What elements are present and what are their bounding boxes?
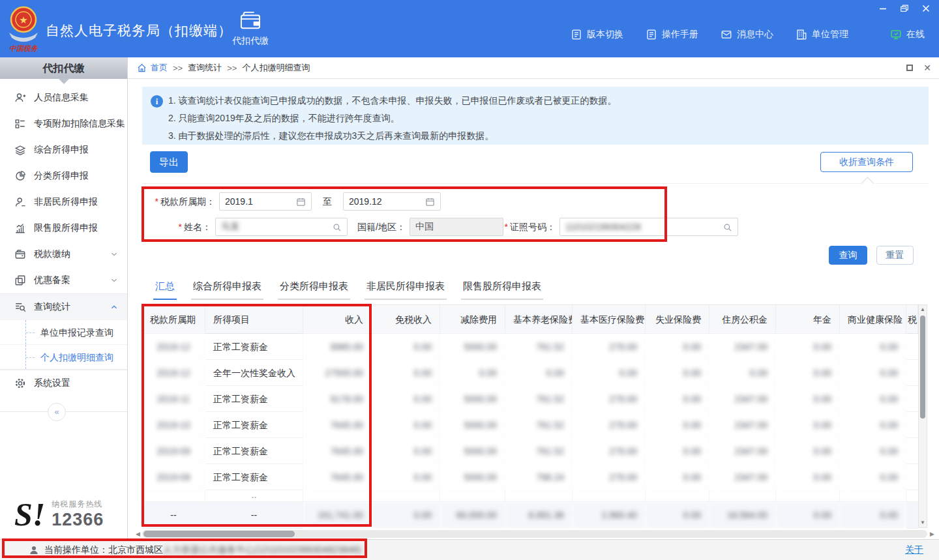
horizontal-scrollbar[interactable] (142, 530, 927, 538)
table-row: 2019-09正常工资薪金7645.000.005000.00761.52279… (142, 438, 918, 464)
table-cell: 0.00 (505, 360, 573, 386)
column-header-税款所属期: 税款所属期 (142, 305, 205, 334)
nav-item-在线[interactable]: 在线 (890, 29, 925, 40)
sidebar-subitem-个人扣缴明细查询[interactable]: 个人扣缴明细查询 (0, 344, 127, 369)
sidebar-item-专项附加扣除信息采集[interactable]: 专项附加扣除信息采集 (0, 111, 127, 137)
module-tab-label: 代扣代缴 (227, 35, 274, 47)
collapse-query-button[interactable]: 收折查询条件 (820, 152, 913, 172)
hotline-number: 12366 (52, 510, 104, 530)
sidebar-item-非居民所得申报[interactable]: 非居民所得申报 (0, 189, 127, 215)
app-title: 自然人电子税务局（扣缴端） (46, 22, 232, 40)
table-cell: 761.52 (505, 334, 573, 360)
table-cell: 正常工资薪金 (205, 412, 303, 438)
table-cell: 0.00 (840, 334, 906, 360)
table-cell (906, 360, 918, 386)
sidebar-item-settings[interactable]: 系统设置 (0, 370, 127, 396)
notice-line: 1. 该查询统计表仅能查询已申报成功的数据，不包含未申报、申报失败，已申报但已作… (168, 92, 918, 110)
period-from-input[interactable]: 2019.1 (219, 192, 312, 211)
table-cell: 0.00 (776, 502, 840, 529)
column-header-免税收入: 免税收入 (372, 305, 440, 334)
close-icon[interactable] (921, 3, 931, 14)
nav-item-版本切换[interactable]: 版本切换 (571, 29, 623, 40)
table-cell (303, 490, 372, 502)
document-icon (646, 29, 657, 40)
period-to-input[interactable]: 2019.12 (343, 192, 441, 211)
about-link[interactable]: 关于 (905, 544, 923, 556)
form-list-icon (14, 118, 26, 130)
search-icon[interactable] (723, 222, 732, 232)
table-cell: 0.00 (646, 438, 709, 464)
breadcrumb-tools: ✕ (906, 63, 931, 73)
sidebar-item-label: 综合所得申报 (34, 144, 89, 156)
sidebar-item-分类所得申报[interactable]: 分类所得申报 (0, 163, 127, 189)
tab-非居民所得申报表[interactable]: 非居民所得申报表 (365, 278, 447, 300)
scroll-right-icon[interactable]: ▶ (930, 531, 934, 537)
breadcrumb-item: 查询统计 (188, 62, 222, 74)
horizontal-scroll-thumb[interactable] (143, 531, 295, 537)
table-cell: 9178.00 (303, 386, 372, 412)
id-number-input[interactable]: 110102199304228 (559, 218, 738, 236)
table-cell: 正常工资薪金 (205, 386, 303, 412)
scroll-left-icon[interactable]: ◀ (136, 531, 140, 537)
table-cell: 正常工资薪金 (205, 464, 303, 490)
table-cell: 0.00 (573, 360, 646, 386)
table-cell: 正常工资薪金 (205, 438, 303, 464)
tab-分类所得申报表[interactable]: 分类所得申报表 (278, 278, 350, 300)
table-cell (906, 464, 918, 490)
table-cell: .. (205, 490, 303, 502)
nav-item-label: 版本切换 (587, 29, 623, 40)
sidebar-item-查询统计[interactable]: 查询统计 (0, 293, 127, 319)
breadcrumb: 首页 >> 查询统计 >> 个人扣缴明细查询 ✕ (128, 57, 939, 79)
chevron-up-icon (110, 303, 118, 311)
table-cell (776, 490, 840, 502)
table-cell (709, 490, 776, 502)
sidebar-item-税款缴纳[interactable]: 税款缴纳 (0, 241, 127, 267)
maximize-pane-icon[interactable] (906, 65, 913, 71)
table-cell: 761.52 (505, 412, 573, 438)
table-cell: 2347.00 (709, 438, 776, 464)
column-header-减除费用: 减除费用 (440, 305, 505, 334)
sidebar-item-优惠备案[interactable]: 优惠备案 (0, 267, 127, 293)
sidebar-item-人员信息采集[interactable]: 人员信息采集 (0, 85, 127, 111)
vertical-scrollbar[interactable]: ▲ ▼ (918, 304, 927, 528)
breadcrumb-home[interactable]: 首页 (151, 62, 168, 74)
sidebar-item-限售股所得申报[interactable]: 限售股所得申报 (0, 215, 127, 241)
table-cell: 27500.00 (303, 360, 372, 386)
vertical-scroll-thumb[interactable] (920, 316, 925, 419)
mail-icon (721, 29, 732, 40)
search-icon[interactable] (332, 222, 342, 232)
restore-icon[interactable] (899, 3, 910, 14)
sidebar-item-label: 非居民所得申报 (34, 196, 98, 208)
module-tab-daikoudaijiao[interactable]: 代扣代缴 (227, 10, 274, 47)
reset-button[interactable]: 重置 (876, 246, 914, 265)
sidebar-item-综合所得申报[interactable]: 综合所得申报 (0, 137, 127, 163)
home-icon (137, 63, 147, 73)
table-cell: 7645.00 (303, 438, 372, 464)
tab-限售股所得申报表[interactable]: 限售股所得申报表 (461, 278, 543, 300)
scroll-up-icon[interactable]: ▲ (919, 306, 927, 314)
tab-汇总[interactable]: 汇总 (153, 278, 177, 300)
table-cell (440, 490, 505, 502)
minimize-icon[interactable] (878, 3, 888, 14)
table-cell (906, 438, 918, 464)
column-header-失业保险费: 失业保险费 (646, 305, 709, 334)
query-button[interactable]: 查询 (829, 246, 867, 265)
export-button[interactable]: 导出 (150, 151, 188, 173)
table-cell: 2019-11 (142, 386, 205, 412)
sidebar-subitem-单位申报记录查询[interactable]: 单位申报记录查询 (0, 319, 127, 344)
scroll-down-icon[interactable]: ▼ (919, 519, 927, 527)
table-cell: 0.00 (372, 464, 440, 490)
table-cell (372, 490, 440, 502)
breadcrumb-separator: >> (173, 63, 183, 73)
name-input[interactable]: 马某 (215, 218, 348, 236)
nav-item-操作手册[interactable]: 操作手册 (646, 29, 698, 40)
table-cell: 0.00 (840, 502, 906, 529)
table-cell: 0.00 (372, 412, 440, 438)
nav-item-单位管理[interactable]: 单位管理 (796, 29, 848, 40)
close-pane-icon[interactable]: ✕ (923, 63, 931, 73)
nav-item-消息中心[interactable]: 消息中心 (721, 29, 773, 40)
tab-综合所得申报表[interactable]: 综合所得申报表 (191, 278, 263, 300)
table-cell: 0.00 (646, 502, 709, 529)
table-cell: 0.00 (776, 438, 840, 464)
sidebar-collapse-button[interactable]: « (48, 403, 66, 421)
